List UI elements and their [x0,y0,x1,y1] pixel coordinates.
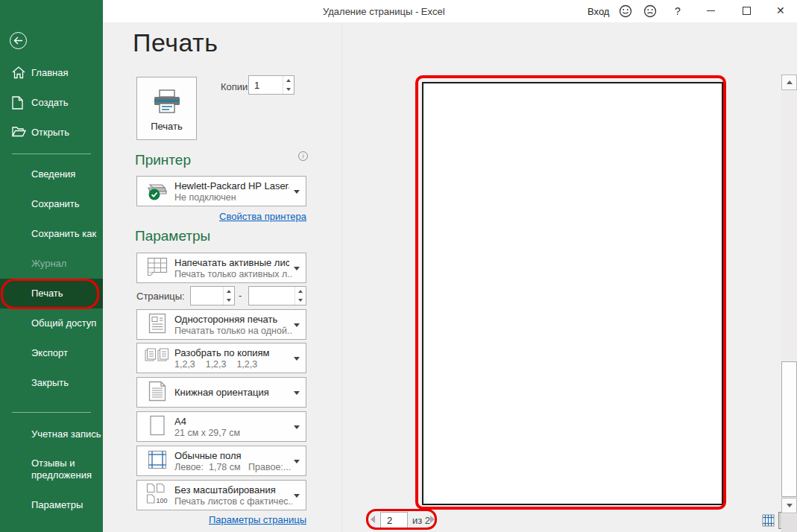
sidebar-item-label: Открыть [31,127,69,139]
scrollbar-thumb[interactable] [781,361,797,497]
chevron-down-icon [294,494,300,498]
printer-dropdown[interactable]: Hewlett-Packard HP LaserJe... Не подключ… [136,176,306,206]
previous-page-icon[interactable] [371,516,375,523]
current-page-input[interactable] [380,512,408,529]
dropdown-title: Обычные поля [174,450,289,461]
margins-dropdown[interactable]: Обычные поля Левое: 1,78 см Правое:... [136,446,306,476]
chevron-down-icon [294,460,300,463]
help-button[interactable]: ? [675,5,681,17]
sidebar-item-label: Отзывы и предложения [31,457,95,481]
sidebar-item-info[interactable]: Сведения [0,159,103,189]
panel-divider [341,22,342,532]
printer-properties-link[interactable]: Свойства принтера [219,211,306,222]
home-icon [12,66,25,80]
dropdown-title: Односторонняя печать [174,314,289,325]
spin-down-icon[interactable] [283,85,294,94]
dropdown-subtitle: 21 см x 29,7 см [174,428,292,438]
chevron-down-icon [294,425,300,429]
copies-input[interactable] [254,80,281,91]
sidebar-item-account[interactable]: Учетная запись [0,419,103,449]
paper-size-dropdown[interactable]: A4 21 см x 29,7 см [136,411,306,442]
chevron-down-icon [294,391,300,395]
sidebar-item-save-as[interactable]: Сохранить как [0,219,103,249]
sidebar-item-label: Закрыть [31,377,69,389]
dropdown-subtitle: Печать только активных л... [174,269,292,279]
maximize-button[interactable] [743,7,751,15]
one-sided-print-icon [144,313,171,337]
sidebar-item-new[interactable]: Создать [0,88,103,118]
open-folder-icon [12,126,25,139]
scroll-down-button[interactable] [781,498,797,513]
spin-up-icon[interactable] [295,287,306,296]
print-what-dropdown[interactable]: Напечатать активные листы Печать только … [136,253,306,283]
spin-down-icon[interactable] [295,296,306,305]
smiley-happy-icon[interactable] [619,4,632,18]
info-icon[interactable]: i [298,151,308,161]
duplex-dropdown[interactable]: Односторонняя печать Печатать только на … [136,309,306,340]
window-title: Удаление страницы - Excel [323,6,445,17]
page-count-label: из 2 [412,515,430,526]
sidebar-item-open[interactable]: Открыть [0,118,103,148]
collate-dropdown[interactable]: Разобрать по копиям 1,2,3 1,2,3 1,2,3 [136,343,306,373]
close-button[interactable]: ✕ [776,4,785,16]
sidebar-item-label: Главная [31,67,68,79]
orientation-dropdown[interactable]: Книжная ориентация [136,377,306,408]
scaling-dropdown[interactable]: 100 Без масштабирования Печать листов с … [136,480,306,510]
sidebar-item-print[interactable]: Печать [0,279,103,308]
chevron-down-icon [294,357,300,361]
sign-in-button[interactable]: Вход [587,6,609,17]
sidebar-item-close-file[interactable]: Закрыть [0,368,103,398]
pages-from-spinner [190,286,235,305]
paper-size-a4-icon [144,415,171,439]
sidebar-item-label: Общий доступ [31,317,96,329]
back-button[interactable] [10,32,27,49]
sidebar-divider [0,148,103,159]
dropdown-title: Без масштабирования [174,484,289,495]
dropdown-subtitle: Печать листов с фактичес... [174,496,292,507]
minimize-button[interactable] [707,10,715,11]
printer-ready-icon [144,179,171,204]
sidebar-item-label: Экспорт [31,347,68,359]
spin-down-icon[interactable] [224,296,234,305]
print-preview-page [422,82,723,505]
pages-to-input[interactable] [254,291,293,302]
sidebar-item-home[interactable]: Главная [0,58,103,88]
dropdown-subtitle: Левое: 1,78 см Правое:... [174,462,292,472]
page-setup-link[interactable]: Параметры страницы [209,514,306,525]
pages-from-input[interactable] [196,291,221,302]
sidebar-item-save[interactable]: Сохранить [0,189,103,219]
collate-copies-icon [144,347,171,370]
show-margins-button[interactable] [760,512,777,529]
sidebar-item-share[interactable]: Общий доступ [0,308,103,338]
backstage-sidebar: Главная Создать Открыть Сведения Сохрани… [0,0,103,532]
printer-section-heading: Принтер [135,152,191,168]
chevron-down-icon [294,323,300,327]
sidebar-item-label: Печать [31,288,63,300]
sidebar-item-label: Журнал [31,258,66,270]
dropdown-title: Книжная ориентация [174,387,289,398]
dropdown-subtitle: 1,2,3 1,2,3 1,2,3 [174,359,292,370]
spin-up-icon[interactable] [283,76,294,85]
next-page-icon[interactable] [430,516,435,523]
pages-range-dash: - [239,290,242,301]
scroll-up-button[interactable] [781,75,797,90]
pages-label: Страницы: [136,291,185,302]
sidebar-item-feedback[interactable]: Отзывы и предложения [0,449,103,490]
smiley-sad-icon[interactable] [643,4,657,18]
page-title: Печать [133,28,218,57]
copies-spinner [248,75,294,95]
sidebar-item-export[interactable]: Экспорт [0,338,103,368]
spin-up-icon[interactable] [224,287,234,296]
sidebar-item-label: Учетная запись [31,428,101,440]
excel-backstage-print: Удаление страницы - Excel Вход ? ✕ Главн… [0,0,797,532]
scrollbar-corner [781,514,797,532]
dropdown-title: Напечатать активные листы [174,257,289,268]
copies-label: Копии: [221,81,251,92]
print-button[interactable]: Печать [136,77,197,140]
pages-to-spinner [248,286,306,305]
sidebar-item-options[interactable]: Параметры [0,490,103,521]
sidebar-item-label: Параметры [31,499,83,511]
pages-from-spin-controls [223,287,234,305]
copies-spin-controls [283,76,294,94]
sidebar-item-label: Сохранить [31,198,80,210]
